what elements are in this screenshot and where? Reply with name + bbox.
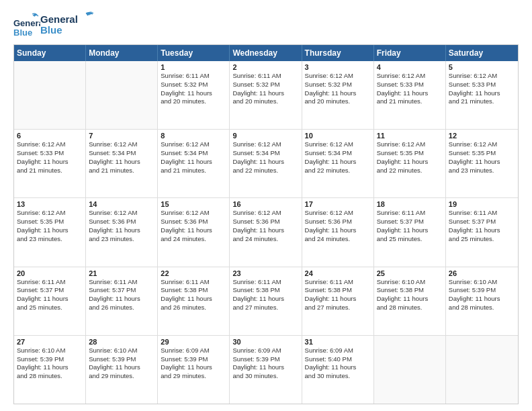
calendar-cell: 29Sunrise: 6:09 AMSunset: 5:39 PMDayligh…: [158, 336, 230, 404]
page: General Blue General Blue SundayMondayT: [0, 0, 532, 411]
calendar-cell: 31Sunrise: 6:09 AMSunset: 5:40 PMDayligh…: [302, 336, 374, 404]
calendar-body: 1Sunrise: 6:11 AMSunset: 5:32 PMDaylight…: [14, 61, 518, 404]
calendar-cell: 26Sunrise: 6:10 AMSunset: 5:39 PMDayligh…: [446, 267, 518, 335]
calendar-row-2: 6Sunrise: 6:12 AMSunset: 5:33 PMDaylight…: [14, 129, 518, 197]
cell-info-line: Sunrise: 6:10 AM: [449, 278, 515, 287]
cell-info-line: and 23 minutes.: [17, 235, 83, 244]
calendar-cell: 25Sunrise: 6:10 AMSunset: 5:38 PMDayligh…: [374, 267, 446, 335]
header: General Blue General Blue: [13, 11, 519, 39]
cell-info-line: and 21 minutes.: [377, 97, 443, 106]
cell-info-line: Daylight: 11 hours: [161, 226, 226, 235]
cell-info-line: and 21 minutes.: [89, 167, 154, 175]
cell-info-line: Sunset: 5:39 PM: [89, 355, 154, 364]
calendar-cell: [374, 336, 446, 404]
cell-info-line: and 21 minutes.: [161, 167, 226, 175]
day-number: 27: [17, 338, 83, 346]
cell-info-line: Sunset: 5:38 PM: [305, 286, 371, 295]
calendar-row-1: 1Sunrise: 6:11 AMSunset: 5:32 PMDaylight…: [14, 61, 518, 129]
calendar-cell: 13Sunrise: 6:12 AMSunset: 5:35 PMDayligh…: [14, 198, 86, 266]
logo: General Blue General Blue: [13, 11, 101, 39]
cell-info-line: and 21 minutes.: [17, 167, 83, 175]
calendar-cell: 30Sunrise: 6:09 AMSunset: 5:39 PMDayligh…: [230, 336, 302, 404]
cell-info-line: Daylight: 11 hours: [17, 226, 83, 235]
cell-info-line: Sunset: 5:39 PM: [232, 355, 298, 364]
calendar-cell: 22Sunrise: 6:11 AMSunset: 5:38 PMDayligh…: [158, 267, 230, 335]
day-number: 20: [17, 269, 83, 277]
calendar-header: SundayMondayTuesdayWednesdayThursdayFrid…: [14, 45, 518, 61]
cell-info-line: Sunset: 5:33 PM: [17, 149, 83, 158]
cell-info-line: Sunrise: 6:11 AM: [17, 278, 83, 287]
calendar-cell: 24Sunrise: 6:11 AMSunset: 5:38 PMDayligh…: [302, 267, 374, 335]
cell-info-line: Sunset: 5:40 PM: [305, 355, 371, 364]
cell-info-line: Sunset: 5:35 PM: [377, 149, 443, 158]
day-number: 25: [377, 269, 443, 277]
cell-info-line: Sunrise: 6:12 AM: [449, 72, 515, 81]
cell-info-line: Sunrise: 6:12 AM: [17, 140, 83, 149]
cell-info-line: and 25 minutes.: [449, 235, 515, 244]
cell-info-line: and 24 minutes.: [161, 235, 226, 244]
cell-info-line: Sunset: 5:37 PM: [89, 286, 154, 295]
cell-info-line: Sunset: 5:34 PM: [232, 149, 298, 158]
cell-info-line: Sunset: 5:36 PM: [232, 218, 298, 226]
calendar-cell: 19Sunrise: 6:11 AMSunset: 5:37 PMDayligh…: [446, 198, 518, 266]
day-number: 18: [377, 200, 443, 208]
cell-info-line: Sunset: 5:37 PM: [377, 218, 443, 226]
cell-info-line: Daylight: 11 hours: [232, 158, 298, 167]
cell-info-line: and 25 minutes.: [17, 304, 83, 312]
cell-info-line: Sunset: 5:38 PM: [232, 286, 298, 295]
day-number: 14: [89, 200, 154, 208]
cell-info-line: Daylight: 11 hours: [17, 295, 83, 304]
cell-info-line: and 24 minutes.: [232, 235, 298, 244]
cell-info-line: Sunset: 5:37 PM: [449, 218, 515, 226]
day-number: 2: [232, 63, 298, 71]
cell-info-line: and 27 minutes.: [232, 304, 298, 312]
cell-info-line: Sunrise: 6:11 AM: [449, 209, 515, 218]
cell-info-line: Sunrise: 6:10 AM: [377, 278, 443, 287]
cell-info-line: Daylight: 11 hours: [305, 158, 371, 167]
cell-info-line: Sunrise: 6:10 AM: [17, 347, 83, 355]
weekday-header-sunday: Sunday: [14, 45, 86, 61]
cell-info-line: and 20 minutes.: [161, 97, 226, 106]
cell-info-line: Sunrise: 6:11 AM: [232, 72, 298, 81]
cell-info-line: Daylight: 11 hours: [232, 226, 298, 235]
cell-info-line: Sunrise: 6:11 AM: [89, 278, 154, 287]
cell-info-line: Sunset: 5:36 PM: [89, 218, 154, 226]
day-number: 11: [377, 132, 443, 140]
cell-info-line: Sunset: 5:35 PM: [449, 149, 515, 158]
calendar-cell: 23Sunrise: 6:11 AMSunset: 5:38 PMDayligh…: [230, 267, 302, 335]
cell-info-line: Sunset: 5:36 PM: [305, 218, 371, 226]
calendar-cell: 6Sunrise: 6:12 AMSunset: 5:33 PMDaylight…: [14, 130, 86, 197]
calendar-row-3: 13Sunrise: 6:12 AMSunset: 5:35 PMDayligh…: [14, 197, 518, 266]
calendar-cell: 14Sunrise: 6:12 AMSunset: 5:36 PMDayligh…: [86, 198, 158, 266]
cell-info-line: Sunset: 5:32 PM: [232, 81, 298, 89]
cell-info-line: and 27 minutes.: [305, 304, 371, 312]
cell-info-line: Daylight: 11 hours: [161, 158, 226, 167]
cell-info-line: and 24 minutes.: [305, 235, 371, 244]
cell-info-line: Daylight: 11 hours: [89, 295, 154, 304]
day-number: 24: [305, 269, 371, 277]
svg-text:Blue: Blue: [13, 28, 32, 38]
day-number: 10: [305, 132, 371, 140]
cell-info-line: Sunrise: 6:12 AM: [161, 140, 226, 149]
cell-info-line: Daylight: 11 hours: [305, 89, 371, 98]
calendar-cell: 2Sunrise: 6:11 AMSunset: 5:32 PMDaylight…: [230, 61, 302, 129]
logo-icon: General Blue: [13, 11, 40, 38]
cell-info-line: Daylight: 11 hours: [449, 158, 515, 167]
calendar-row-5: 27Sunrise: 6:10 AMSunset: 5:39 PMDayligh…: [14, 335, 518, 404]
cell-info-line: Daylight: 11 hours: [449, 295, 515, 304]
day-number: 13: [17, 200, 83, 208]
cell-info-line: Sunrise: 6:09 AM: [305, 347, 371, 355]
cell-info-line: Sunrise: 6:12 AM: [232, 140, 298, 149]
cell-info-line: Sunrise: 6:11 AM: [161, 278, 226, 287]
cell-info-line: Daylight: 11 hours: [377, 295, 443, 304]
calendar-cell: [86, 61, 158, 129]
cell-info-line: Sunrise: 6:12 AM: [232, 209, 298, 218]
cell-info-line: Sunrise: 6:12 AM: [377, 140, 443, 149]
cell-info-line: Sunrise: 6:12 AM: [377, 72, 443, 81]
calendar-cell: 18Sunrise: 6:11 AMSunset: 5:37 PMDayligh…: [374, 198, 446, 266]
cell-info-line: Daylight: 11 hours: [377, 158, 443, 167]
cell-info-line: Sunrise: 6:12 AM: [17, 209, 83, 218]
day-number: 7: [89, 132, 154, 140]
cell-info-line: Sunset: 5:32 PM: [161, 81, 226, 89]
cell-info-line: and 22 minutes.: [377, 167, 443, 175]
